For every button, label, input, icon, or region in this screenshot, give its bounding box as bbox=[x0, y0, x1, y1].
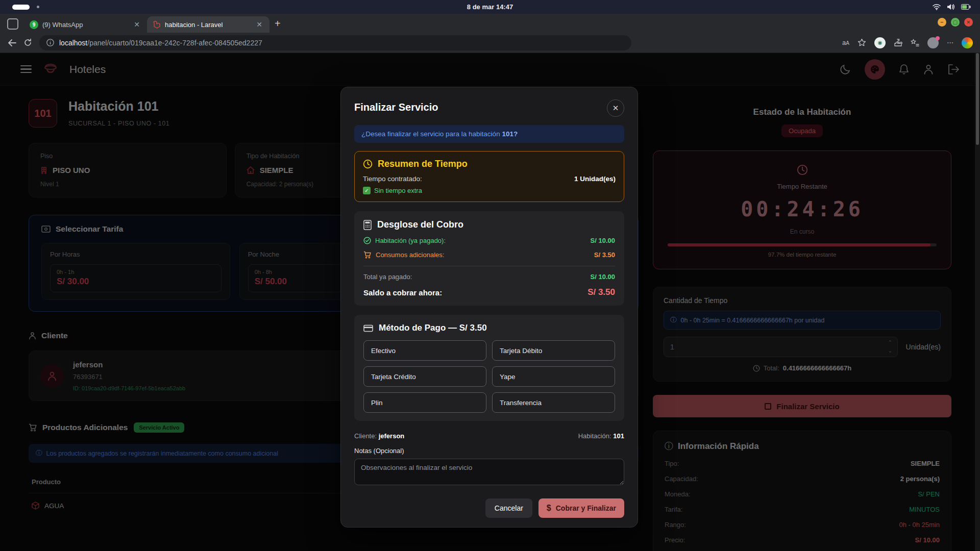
reload-button[interactable] bbox=[23, 38, 32, 47]
pay-option-tarjeta-debito[interactable]: Tarjeta Débito bbox=[492, 340, 615, 361]
maximize-button[interactable]: ▢ bbox=[951, 18, 960, 27]
close-tab-icon[interactable]: ✕ bbox=[132, 19, 142, 30]
profile-avatar[interactable] bbox=[927, 37, 939, 48]
favorites-icon[interactable] bbox=[911, 38, 919, 47]
battery-icon[interactable] bbox=[961, 4, 971, 10]
pay-option-transferencia[interactable]: Transferencia bbox=[492, 392, 615, 413]
activities-indicator[interactable] bbox=[12, 5, 30, 10]
cart-icon bbox=[363, 251, 372, 259]
extension-site-icon[interactable]: ◉ bbox=[874, 37, 886, 48]
tab-habitacion-laravel[interactable]: habitacion - Laravel ✕ bbox=[147, 16, 270, 33]
desglose-cobro-box: Desglose del Cobro Habitación (ya pagado… bbox=[354, 211, 624, 306]
translate-icon[interactable]: aA bbox=[842, 39, 849, 46]
workspace-dot bbox=[37, 6, 39, 8]
copilot-icon[interactable] bbox=[962, 37, 973, 48]
minimize-button[interactable]: − bbox=[938, 18, 946, 27]
url-host: localhost bbox=[59, 39, 87, 47]
url-path: /panel/cuarto/019caa1e-242c-728f-afec-08… bbox=[87, 39, 262, 47]
credit-card-icon bbox=[363, 324, 373, 332]
modal-habitacion: Habitación: 101 bbox=[578, 432, 624, 440]
calculator-icon bbox=[363, 220, 372, 230]
notas-textarea[interactable] bbox=[354, 459, 624, 485]
browser-toolbar: localhost/panel/cuarto/019caa1e-242c-728… bbox=[0, 33, 980, 53]
system-bar: 8 de mar 14:47 bbox=[0, 0, 980, 14]
extensions-puzzle-icon[interactable] bbox=[894, 38, 902, 47]
close-icon[interactable]: ✕ bbox=[607, 99, 624, 117]
notas-label: Notas (Opcional) bbox=[354, 447, 624, 455]
whatsapp-badge-icon: 9 bbox=[30, 20, 38, 29]
close-window-button[interactable]: ✕ bbox=[964, 18, 973, 27]
tab-whatsapp[interactable]: 9 (9) WhatsApp ✕ bbox=[24, 16, 147, 33]
cobrar-finalizar-button[interactable]: $ Cobrar y Finalizar bbox=[538, 498, 624, 518]
address-bar[interactable]: localhost/panel/cuarto/019caa1e-242c-728… bbox=[39, 35, 631, 51]
laravel-icon bbox=[152, 20, 161, 29]
modal-title: Finalizar Servicio bbox=[354, 99, 438, 113]
volume-icon[interactable] bbox=[947, 4, 955, 10]
pay-option-yape[interactable]: Yape bbox=[492, 366, 615, 387]
system-clock[interactable]: 8 de mar 14:47 bbox=[467, 3, 513, 11]
finalizar-servicio-modal: Finalizar Servicio ✕ ¿Desea finalizar el… bbox=[340, 87, 638, 528]
pay-option-tarjeta-credito[interactable]: Tarjeta Crédito bbox=[363, 366, 486, 387]
resumen-tiempo-box: Resumen de Tiempo Tiempo contratado:1 Un… bbox=[354, 151, 624, 202]
browser-menu-icon[interactable]: ⋯ bbox=[947, 39, 953, 46]
back-button[interactable] bbox=[7, 39, 16, 47]
pay-option-plin[interactable]: Plin bbox=[363, 392, 486, 413]
page-viewport: Hoteles 101 Habitación 101 SUCURSAL 1 - … bbox=[0, 53, 980, 551]
window-controls: − ▢ ✕ bbox=[938, 18, 973, 27]
check-circle-icon bbox=[363, 237, 371, 244]
cancel-button[interactable]: Cancelar bbox=[485, 498, 532, 518]
tab-search-icon[interactable] bbox=[7, 18, 18, 30]
site-info-icon[interactable] bbox=[46, 39, 54, 46]
new-tab-button[interactable]: + bbox=[275, 18, 281, 30]
check-icon: ✓ bbox=[363, 187, 371, 194]
bookmark-star-icon[interactable] bbox=[857, 38, 866, 47]
modal-cliente: Cliente: jeferson bbox=[354, 432, 404, 440]
pay-option-efectivo[interactable]: Efectivo bbox=[363, 340, 486, 361]
dollar-icon: $ bbox=[547, 504, 551, 513]
close-tab-icon[interactable]: ✕ bbox=[254, 19, 264, 30]
metodo-pago-box: Método de Pago — S/ 3.50 Efectivo Tarjet… bbox=[354, 315, 624, 421]
clock-icon bbox=[363, 159, 373, 169]
browser-tab-strip: 9 (9) WhatsApp ✕ habitacion - Laravel ✕ … bbox=[0, 14, 980, 33]
wifi-icon[interactable] bbox=[933, 4, 941, 10]
page-scrollbar[interactable] bbox=[975, 53, 980, 551]
modal-question: ¿Desea finalizar el servicio para la hab… bbox=[354, 125, 624, 143]
